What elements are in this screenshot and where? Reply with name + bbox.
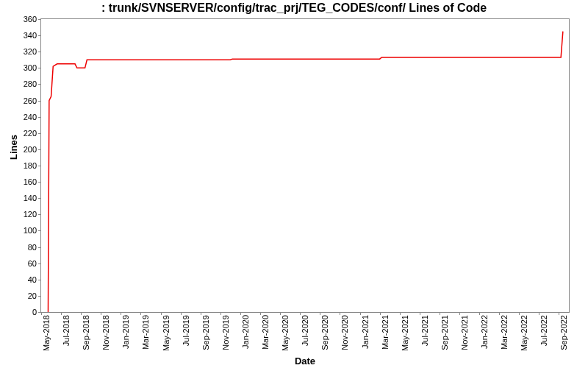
plot-area: 0204060801001201401601802002202402602803… <box>40 18 570 313</box>
x-tick-label: May-2020 <box>281 315 290 351</box>
y-tick-label: 340 <box>7 31 41 40</box>
y-tick-mark <box>38 133 41 134</box>
x-tick-label: Jul-2021 <box>420 315 429 346</box>
x-tick-label: Mar-2020 <box>261 315 270 350</box>
data-line <box>48 32 562 312</box>
y-tick-mark <box>38 247 41 248</box>
x-tick-label: Mar-2021 <box>381 315 390 350</box>
y-tick-mark <box>38 182 41 183</box>
x-tick-label: Jul-2022 <box>539 315 548 346</box>
y-tick-mark <box>38 149 41 150</box>
y-tick-label: 220 <box>7 129 41 138</box>
y-tick-label: 60 <box>7 259 41 268</box>
y-tick-label: 280 <box>7 79 41 88</box>
x-tick-label: Jul-2018 <box>62 315 71 346</box>
x-tick-label: May-2022 <box>520 315 528 351</box>
y-tick-label: 320 <box>7 47 41 56</box>
y-tick-mark <box>38 214 41 215</box>
x-tick-label: Jan-2020 <box>241 315 250 349</box>
y-tick-label: 140 <box>7 194 41 202</box>
x-tick-label: Nov-2019 <box>221 315 230 350</box>
x-tick-label: Mar-2022 <box>500 315 509 350</box>
x-tick-label: Nov-2018 <box>101 315 110 350</box>
y-tick-label: 20 <box>7 291 41 300</box>
x-tick-label: Nov-2021 <box>460 315 469 350</box>
x-tick-label: Jul-2019 <box>182 315 190 346</box>
x-tick-label: May-2018 <box>42 315 51 351</box>
y-tick-mark <box>38 230 41 231</box>
y-tick-label: 300 <box>7 63 41 72</box>
x-tick-label: Jan-2021 <box>361 315 370 349</box>
y-tick-mark <box>38 19 41 20</box>
x-axis-label: Date <box>40 355 570 367</box>
y-tick-label: 180 <box>7 161 41 170</box>
chart-title: : trunk/SVNSERVER/config/trac_prj/TEG_CO… <box>0 1 588 15</box>
y-tick-label: 360 <box>7 15 41 24</box>
y-tick-mark <box>38 166 41 166</box>
x-tick-label: Sep-2022 <box>559 315 568 350</box>
y-tick-label: 0 <box>7 308 41 316</box>
y-tick-label: 40 <box>7 275 41 284</box>
x-tick-label: Mar-2019 <box>141 315 150 350</box>
x-tick-label: May-2019 <box>162 315 171 351</box>
y-tick-mark <box>38 296 41 297</box>
y-tick-mark <box>38 35 41 36</box>
x-tick-label: Nov-2020 <box>340 315 349 350</box>
y-tick-mark <box>38 52 41 52</box>
y-tick-mark <box>38 280 41 280</box>
chart-container: : trunk/SVNSERVER/config/trac_prj/TEG_CO… <box>0 0 588 368</box>
y-tick-mark <box>38 84 41 85</box>
y-tick-label: 160 <box>7 177 41 186</box>
x-tick-label: Jan-2022 <box>480 315 489 349</box>
x-tick-label: Sep-2020 <box>320 315 329 350</box>
x-tick-label: May-2021 <box>401 315 409 351</box>
x-tick-label: Sep-2021 <box>440 315 449 350</box>
y-tick-mark <box>38 68 41 68</box>
y-tick-label: 80 <box>7 243 41 252</box>
y-tick-label: 200 <box>7 145 41 154</box>
line-series <box>41 19 569 312</box>
x-tick-label: Jul-2020 <box>301 315 309 346</box>
y-tick-label: 260 <box>7 96 41 105</box>
y-tick-label: 240 <box>7 113 41 121</box>
y-tick-mark <box>38 198 41 199</box>
y-tick-mark <box>38 117 41 118</box>
y-tick-mark <box>38 101 41 102</box>
y-tick-mark <box>38 263 41 264</box>
y-tick-label: 120 <box>7 210 41 219</box>
x-tick-label: Jan-2019 <box>121 315 130 349</box>
y-tick-label: 100 <box>7 226 41 235</box>
x-tick-label: Sep-2019 <box>201 315 210 350</box>
x-tick-label: Sep-2018 <box>82 315 90 350</box>
